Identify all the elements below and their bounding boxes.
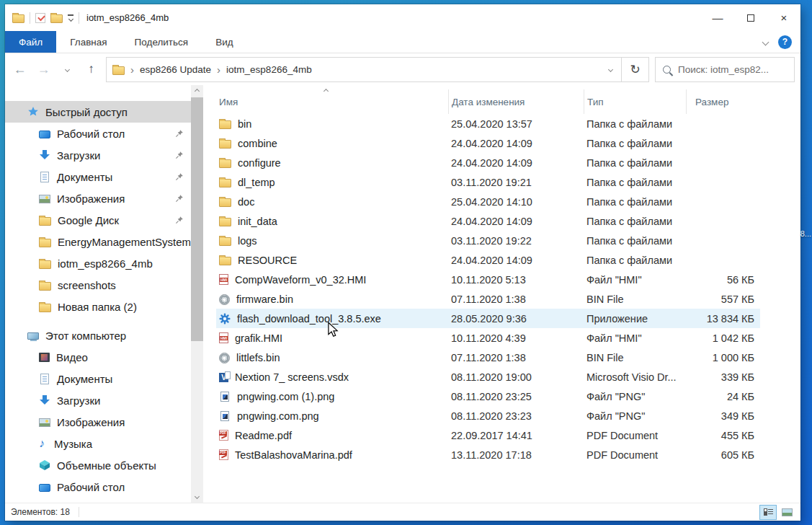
sidebar-item-desktop-qa[interactable]: Рабочий стол — [5, 123, 191, 144]
help-icon[interactable]: ? — [778, 35, 792, 49]
file-type: Папка с файлами — [584, 157, 686, 169]
search-input[interactable]: Поиск: iotm_esp82... — [655, 57, 795, 82]
column-header-name[interactable]: Имя — [216, 89, 448, 114]
videos-icon — [39, 353, 50, 362]
file-row[interactable]: firmware.bin 07.11.2020 1:38 BIN File 55… — [216, 289, 760, 309]
column-header-type[interactable]: Тип — [584, 89, 686, 114]
sidebar-item-label: Изображения — [57, 193, 125, 205]
file-row[interactable]: pngwing.com (1).png 08.11.2020 23:25 Фай… — [216, 387, 760, 406]
file-size: 349 КБ — [686, 410, 760, 422]
file-type: Файл "PNG" — [584, 391, 686, 402]
sidebar-item-quick-access[interactable]: Быстрый доступ — [5, 101, 191, 123]
file-row[interactable]: configure 24.04.2020 14:09 Папка с файла… — [216, 153, 760, 172]
file-row[interactable]: combine 24.04.2020 14:09 Папка с файлами — [216, 133, 760, 153]
column-header-date[interactable]: Дата изменения — [448, 89, 584, 114]
sidebar-item-music[interactable]: ♪ Музыка — [5, 433, 191, 454]
file-row[interactable]: logs 03.11.2020 19:22 Папка с файлами — [216, 231, 760, 250]
scrollbar-track[interactable] — [191, 97, 203, 490]
file-row[interactable]: bin 25.04.2020 13:57 Папка с файлами — [216, 114, 760, 133]
sidebar-item-downloads-pc[interactable]: Загрузки — [5, 389, 191, 411]
breadcrumb: › esp8266 Update › iotm_esp8266_4mb — [107, 63, 599, 76]
minimize-button[interactable]: — — [701, 4, 734, 31]
details-view-button[interactable] — [760, 506, 776, 519]
expand-ribbon-icon[interactable] — [762, 38, 769, 45]
sidebar-item-pictures-pc[interactable]: Изображения — [5, 411, 191, 433]
folder-icon — [39, 260, 51, 269]
recent-locations-dropdown[interactable] — [55, 57, 79, 81]
file-type: BIN File — [584, 352, 686, 363]
back-button[interactable]: ← — [8, 57, 32, 81]
column-header-size[interactable]: Размер — [686, 89, 760, 114]
sidebar-item-pictures-qa[interactable]: Изображения — [5, 188, 191, 209]
pdf-file-icon — [219, 449, 228, 460]
close-button[interactable]: × — [767, 4, 800, 31]
scroll-down-icon[interactable] — [191, 490, 203, 503]
qat-new-folder-icon[interactable] — [50, 14, 63, 23]
thumbnails-view-button[interactable] — [779, 506, 795, 519]
sidebar-scrollbar[interactable] — [191, 85, 203, 503]
file-row[interactable]: doc 25.04.2020 14:10 Папка с файлами — [216, 192, 760, 211]
breadcrumb-item-current[interactable]: iotm_esp8266_4mb — [226, 64, 312, 75]
file-size: 13 834 КБ — [686, 313, 760, 325]
sidebar-item-documents-qa[interactable]: Документы — [5, 166, 191, 188]
forward-button[interactable]: → — [32, 57, 55, 81]
qat-check-icon[interactable] — [35, 13, 45, 23]
search-icon — [663, 66, 671, 74]
quick-access-toolbar — [5, 12, 79, 24]
file-row[interactable]: init_data 24.04.2020 14:09 Папка с файла… — [216, 211, 760, 231]
file-row[interactable]: grafik.HMI 10.11.2020 4:39 Файл "HMI" 1 … — [216, 328, 760, 348]
sidebar-item-videos[interactable]: Видео — [5, 346, 191, 368]
file-row[interactable]: RESOURCE 24.04.2020 14:09 Папка с файлам… — [216, 250, 760, 270]
sidebar-item-iotm-folder[interactable]: iotm_esp8266_4mb — [5, 252, 191, 274]
pictures-icon — [39, 195, 50, 203]
file-name: Readme.pdf — [235, 430, 292, 441]
address-dropdown-icon[interactable] — [599, 58, 621, 81]
downloads-icon — [39, 395, 50, 406]
file-row[interactable]: Nextion 7_ screens.vsdx 08.11.2020 19:00… — [216, 367, 760, 387]
file-row[interactable]: littlefs.bin 07.11.2020 1:38 BIN File 1 … — [216, 348, 760, 367]
sidebar-item-desktop-pc[interactable]: Рабочий стол — [5, 476, 191, 498]
divider — [79, 12, 79, 24]
file-row[interactable]: CompWaveform_v0_32.HMI 10.11.2020 5:13 Ф… — [216, 270, 760, 289]
scroll-up-icon[interactable] — [191, 85, 203, 97]
file-date: 07.11.2020 1:38 — [448, 352, 584, 363]
file-date: 24.04.2020 14:09 — [448, 255, 584, 266]
navigation-pane: Быстрый доступ Рабочий стол Загрузки Док… — [5, 85, 191, 503]
desktop-icon — [39, 131, 50, 138]
file-row[interactable]: Readme.pdf 22.09.2017 14:41 PDF Document… — [216, 425, 760, 445]
sidebar-item-documents-pc[interactable]: Документы — [5, 368, 191, 389]
sidebar-item-this-pc[interactable]: Этот компьютер — [5, 325, 191, 346]
sidebar-item-3d-objects[interactable]: Объемные объекты — [5, 454, 191, 476]
file-row[interactable]: dl_temp 03.11.2020 19:21 Папка с файлами — [216, 172, 760, 192]
maximize-button[interactable] — [734, 4, 767, 31]
divider — [30, 12, 30, 24]
pin-icon — [175, 194, 184, 203]
tab-file[interactable]: Файл — [5, 31, 56, 53]
file-date: 25.04.2020 13:57 — [448, 118, 584, 130]
sidebar-item-label: iotm_esp8266_4mb — [58, 257, 153, 270]
file-type: PDF Document — [584, 430, 686, 441]
file-date: 10.11.2020 5:13 — [448, 274, 584, 286]
sidebar-item-new-folder[interactable]: Новая папка (2) — [5, 296, 191, 317]
file-date: 10.11.2020 4:39 — [448, 332, 584, 344]
file-size: 56 КБ — [686, 274, 760, 286]
up-button[interactable]: ↑ — [79, 57, 103, 81]
address-bar[interactable]: › esp8266 Update › iotm_esp8266_4mb — [106, 57, 622, 82]
sidebar-item-downloads-qa[interactable]: Загрузки — [5, 144, 191, 166]
view-switcher — [760, 506, 795, 519]
scrollbar-thumb[interactable] — [191, 97, 203, 341]
sidebar-item-screenshots-folder[interactable]: screenshots — [5, 274, 191, 296]
qat-customize-dropdown[interactable] — [68, 14, 73, 21]
tab-home[interactable]: Главная — [56, 31, 120, 53]
file-row-hovered[interactable]: flash_download_tool_3.8.5.exe 28.05.2020… — [216, 309, 760, 328]
maximize-icon — [747, 14, 754, 22]
refresh-button[interactable]: ↻ — [622, 57, 649, 82]
3d-objects-icon — [39, 459, 50, 471]
tab-view[interactable]: Вид — [202, 31, 246, 53]
sidebar-item-google-drive[interactable]: Google Диск — [5, 209, 191, 231]
sidebar-item-energy-folder[interactable]: EnergyManagementSystemN — [5, 231, 191, 252]
file-row[interactable]: TestBalashovaMarina.pdf 13.11.2020 17:18… — [216, 445, 760, 464]
breadcrumb-item-parent[interactable]: esp8266 Update — [140, 64, 211, 75]
file-row[interactable]: pngwing.com.png 08.11.2020 23:23 Файл "P… — [216, 406, 760, 425]
tab-share[interactable]: Поделиться — [121, 31, 202, 53]
